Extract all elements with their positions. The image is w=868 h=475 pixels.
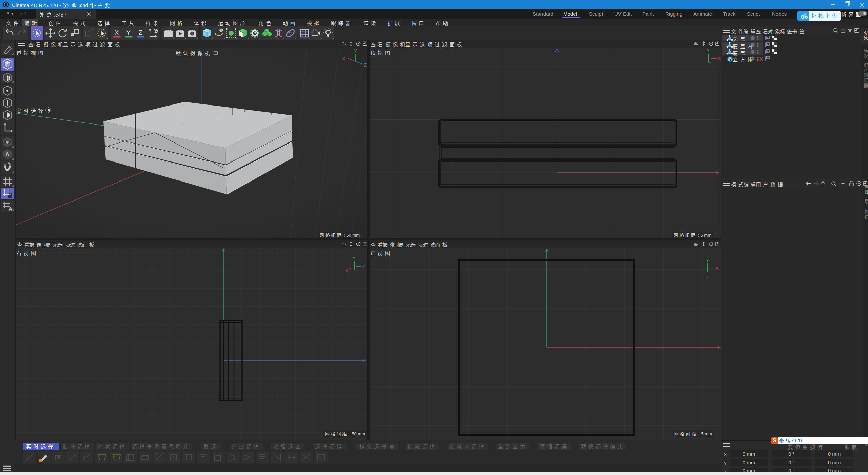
svg-text:A: A	[5, 151, 9, 158]
svg-text:X: X	[345, 268, 348, 273]
svg-text:Y: Y	[707, 48, 710, 53]
svg-text:Y: Y	[353, 255, 356, 261]
svg-text:X: X	[716, 266, 719, 271]
svg-text:Y: Y	[706, 258, 709, 263]
svg-text:Y: Y	[126, 29, 131, 36]
svg-text:Z: Z	[362, 264, 365, 269]
svg-text:X: X	[718, 56, 721, 61]
svg-text:Z: Z	[139, 29, 142, 36]
svg-text:X: X	[115, 29, 119, 36]
svg-text:Z: Z	[706, 275, 708, 280]
